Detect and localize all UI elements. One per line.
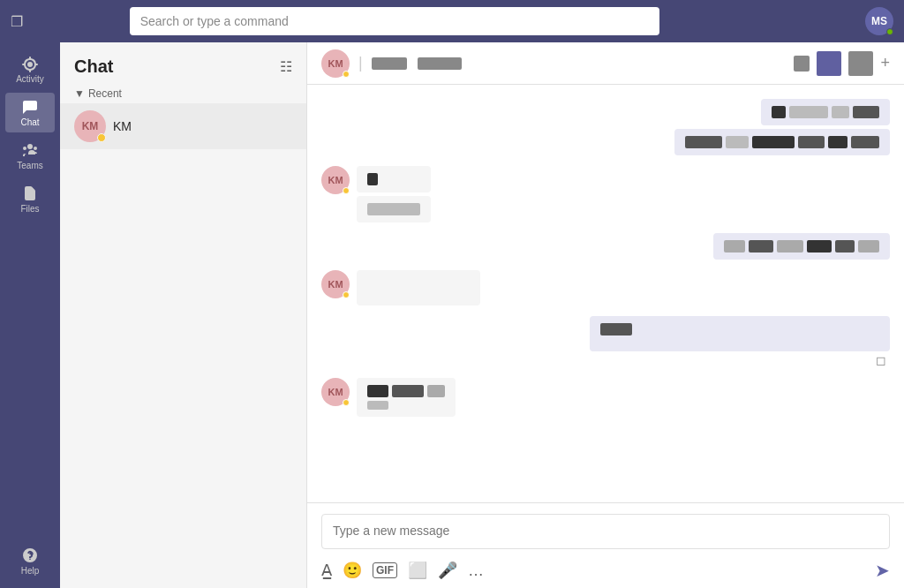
expand-icon[interactable]: ❐ (11, 13, 23, 30)
search-placeholder: Search or type a command (140, 14, 289, 28)
sidebar-label-files: Files (20, 204, 39, 214)
sidebar-label-activity: Activity (16, 74, 44, 84)
message-row: KM (321, 378, 890, 417)
chat-panel-header: Chat ☷ (60, 42, 306, 84)
help-icon (21, 547, 39, 564)
chat-list-item-km[interactable]: KM KM (60, 103, 306, 149)
message-header-avatar: KM (321, 49, 350, 78)
message-row (321, 233, 890, 260)
message-bubble (357, 378, 456, 417)
message-row: ◻ (321, 316, 890, 367)
message-row: KM (321, 270, 890, 305)
online-status-dot (886, 28, 893, 35)
sidebar-item-help[interactable]: Help (5, 541, 55, 581)
messages-scroll[interactable]: MS KM (307, 85, 904, 502)
topbar: ❐ Search or type a command MS (0, 0, 904, 42)
message-bubble (713, 233, 890, 260)
message-bubble (357, 270, 480, 305)
sidebar-label-teams: Teams (17, 161, 42, 170)
contact-avatar: KM (74, 110, 106, 142)
message-bubble (674, 129, 890, 155)
header-action-blurred-2[interactable] (817, 51, 841, 76)
more-options-icon[interactable]: … (468, 562, 484, 580)
contact-name: KM (113, 119, 132, 133)
chat-icon (21, 98, 39, 116)
message-content (772, 106, 879, 118)
chat-panel-title: Chat (74, 57, 113, 77)
header-actions: + (794, 51, 890, 76)
incoming-avatar: KM (321, 378, 350, 406)
main-layout: Activity Chat Teams Files (0, 42, 904, 588)
incoming-avatar: KM (321, 270, 350, 298)
message-bubble (761, 99, 890, 125)
header-action-blurred-3[interactable] (848, 51, 873, 76)
message-bubble (357, 196, 431, 222)
user-avatar[interactable]: MS (865, 7, 893, 35)
sidebar-item-teams[interactable]: Teams (5, 136, 55, 176)
send-button[interactable]: ➤ (875, 560, 890, 581)
sidebar-label-chat: Chat (20, 117, 39, 127)
gif-icon[interactable]: GIF (373, 562, 397, 578)
teams-icon (21, 141, 39, 159)
compose-area: A̲ 🙂 GIF ⬜ 🎤 … ➤ (307, 502, 904, 588)
message-row: KM (321, 166, 890, 222)
sidebar-item-chat[interactable]: Chat (5, 93, 55, 132)
audio-icon[interactable]: 🎤 (438, 561, 457, 580)
recent-section-label[interactable]: ▼ Recent (60, 84, 306, 103)
contact-detail-blurred (418, 57, 462, 70)
incoming-avatar: KM (321, 166, 350, 194)
chevron-down-icon: ▼ (74, 87, 85, 100)
chat-panel: Chat ☷ ▼ Recent KM KM (60, 42, 307, 588)
activity-icon (21, 55, 39, 72)
sidebar-item-activity[interactable]: Activity (5, 49, 55, 89)
message-reaction: ◻ (876, 353, 886, 367)
contact-status-dot (97, 133, 106, 142)
message-header: KM | + (307, 42, 904, 85)
avatar-status-dot (343, 187, 350, 194)
sidebar-label-help: Help (21, 566, 40, 576)
header-status-dot (343, 71, 350, 78)
avatar-status-dot (343, 399, 350, 406)
header-action-blurred-1[interactable] (794, 56, 810, 72)
filter-icon[interactable]: ☷ (280, 58, 292, 75)
message-row: MS (321, 99, 890, 155)
sidebar-item-files[interactable]: Files (5, 179, 55, 219)
add-people-icon[interactable]: + (880, 54, 890, 72)
compose-toolbar: A̲ 🙂 GIF ⬜ 🎤 … ➤ (321, 553, 890, 581)
format-text-icon[interactable]: A̲ (321, 561, 332, 580)
header-divider: | (358, 54, 363, 72)
compose-input[interactable] (321, 514, 890, 549)
message-area: KM | + (307, 42, 904, 588)
files-icon (21, 185, 39, 202)
emoji-icon[interactable]: 🙂 (343, 561, 362, 580)
search-bar[interactable]: Search or type a command (130, 7, 659, 35)
sidebar: Activity Chat Teams Files (0, 42, 60, 588)
message-bubble (590, 316, 890, 351)
avatar-status-dot (343, 291, 350, 298)
message-bubble (357, 166, 431, 192)
contact-name-blurred (372, 57, 407, 70)
sticker-icon[interactable]: ⬜ (408, 561, 427, 580)
